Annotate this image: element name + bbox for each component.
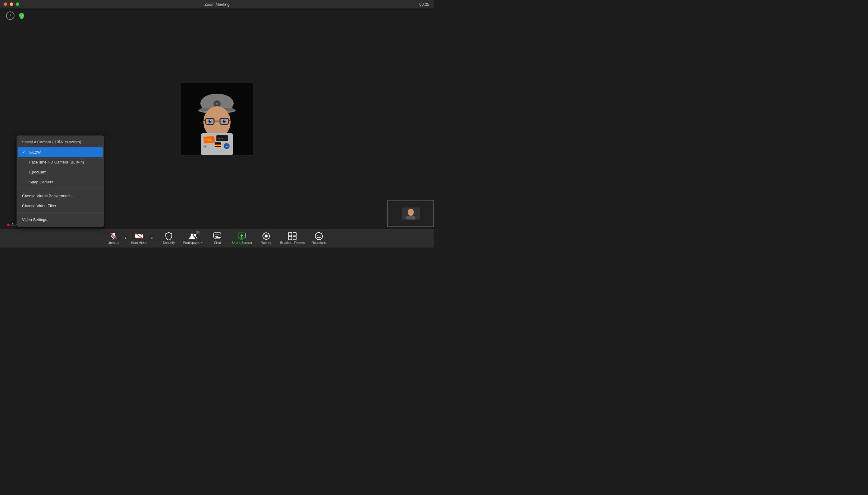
maximize-button[interactable] [16, 2, 19, 6]
unmute-group: Unmute [104, 230, 128, 246]
record-icon [262, 232, 271, 240]
svg-rect-56 [289, 236, 292, 240]
mute-indicator [7, 224, 10, 226]
camera-option-label: EpocCam [29, 170, 46, 174]
shield-icon[interactable] [17, 12, 26, 20]
camera-icon [135, 232, 144, 240]
participants-button[interactable]: 1 Participants [181, 230, 206, 246]
svg-marker-44 [201, 242, 203, 243]
unmute-button[interactable]: Unmute [104, 231, 123, 246]
camera-option-facetime[interactable]: ✓ FaceTime HD Camera (Built-in) [17, 157, 104, 167]
reactions-button[interactable]: Reactions [308, 230, 329, 246]
svg-point-42 [191, 234, 193, 236]
reactions-icon [315, 232, 323, 240]
title-bar: Zoom Meeting 00:25 [0, 0, 434, 8]
record-button[interactable]: Record [256, 230, 277, 246]
breakout-rooms-icon [288, 232, 297, 240]
security-button[interactable]: Security [158, 230, 179, 246]
svg-rect-32 [406, 216, 415, 220]
traffic-lights [4, 2, 19, 6]
svg-rect-57 [293, 236, 296, 240]
start-video-button[interactable]: Start Video [129, 231, 149, 246]
camera-dropdown-menu: Select a Camera (⇧⌘N to switch) ✓ L-12W … [17, 136, 104, 227]
breakout-rooms-label: Breakout Rooms [280, 241, 305, 244]
mini-video-preview [387, 200, 434, 227]
reactions-label: Reactions [312, 241, 326, 244]
record-label: Record [261, 241, 271, 244]
svg-point-16 [210, 120, 211, 121]
svg-text:⬡: ⬡ [216, 103, 218, 106]
participants-icon: 1 [189, 232, 197, 240]
svg-rect-26 [215, 145, 221, 146]
avatar-display: ⬡ [181, 83, 253, 155]
video-settings-button[interactable]: Video Settings... [17, 215, 104, 225]
bottom-toolbar: Unmute Start Video [0, 229, 434, 248]
svg-point-59 [317, 235, 318, 236]
camera-option-label: Snap Camera [29, 180, 53, 184]
top-left-icons: i [6, 12, 26, 20]
svg-text:✈: ✈ [203, 144, 207, 149]
unmute-expand-button[interactable] [123, 236, 128, 241]
checkmark-icon: ✓ [22, 150, 26, 154]
camera-option-label: L-12W [29, 150, 41, 154]
svg-point-17 [225, 120, 226, 121]
svg-marker-37 [125, 238, 126, 239]
start-video-group: Start Video [129, 230, 154, 246]
svg-point-53 [265, 235, 268, 238]
separator [17, 189, 104, 189]
start-video-label: Start Video [131, 241, 147, 244]
svg-marker-41 [151, 238, 153, 239]
svg-point-43 [194, 234, 196, 236]
participants-label: Participants [183, 241, 200, 244]
camera-option-snap[interactable]: ✓ Snap Camera [17, 177, 104, 187]
window-title: Zoom Meeting [204, 2, 229, 6]
svg-rect-55 [293, 233, 296, 236]
choose-virtual-bg-button[interactable]: Choose Virtual Background... [17, 191, 104, 201]
chat-button[interactable]: Chat [207, 230, 228, 246]
camera-option-l12w[interactable]: ✓ L-12W [18, 147, 103, 157]
choose-video-filter-button[interactable]: Choose Video Filter... [17, 201, 104, 211]
chat-icon [213, 232, 222, 240]
svg-rect-38 [135, 234, 141, 238]
security-icon [165, 232, 173, 240]
microphone-muted-icon [110, 232, 118, 240]
share-screen-icon [238, 232, 246, 240]
breakout-rooms-button[interactable]: Breakout Rooms [278, 230, 307, 246]
svg-text:maker: maker [218, 138, 224, 140]
unmute-label: Unmute [108, 241, 119, 244]
meeting-timer: 00:25 [419, 2, 429, 6]
svg-rect-25 [215, 143, 221, 145]
separator-2 [17, 212, 104, 213]
camera-option-label: FaceTime HD Camera (Built-in) [29, 160, 84, 165]
chat-label: Chat [214, 241, 221, 244]
mini-preview-content [388, 201, 433, 226]
svg-rect-54 [289, 233, 292, 236]
dropdown-header: Select a Camera (⇧⌘N to switch) [17, 138, 104, 147]
svg-text:☠: ☠ [226, 145, 228, 148]
svg-marker-51 [240, 234, 243, 237]
camera-expand-button[interactable] [149, 236, 154, 241]
close-button[interactable] [4, 2, 7, 6]
svg-point-31 [408, 209, 414, 216]
minimize-button[interactable] [10, 2, 13, 6]
camera-option-epoccam[interactable]: ✓ EpocCam [17, 167, 104, 177]
participant-video: ⬡ [181, 83, 253, 155]
participants-count: 1 [196, 231, 199, 234]
share-screen-label: Share Screen [231, 241, 252, 244]
security-label: Security [163, 241, 175, 244]
share-screen-button[interactable]: Share Screen [229, 230, 254, 246]
svg-text:Tidy: Tidy [205, 138, 212, 142]
info-icon[interactable]: i [6, 12, 15, 20]
